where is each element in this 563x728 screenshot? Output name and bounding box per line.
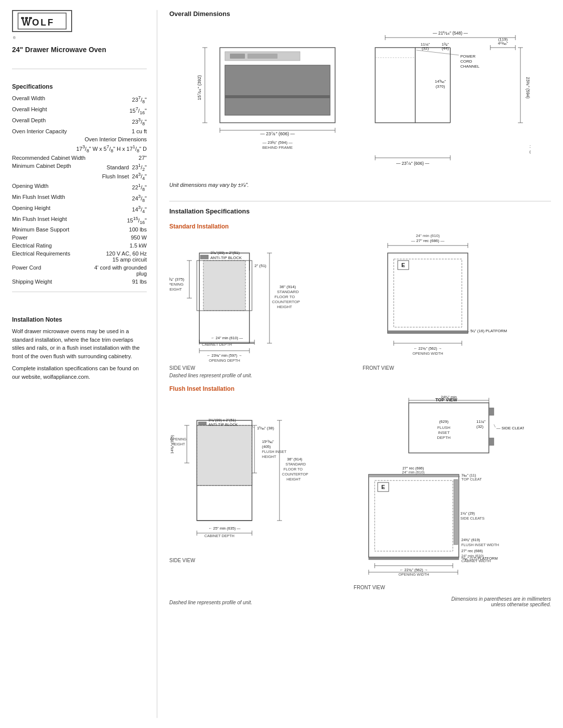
spec-value: Standard 231/2" Flush Inset 243/4" (90, 162, 147, 182)
svg-text:(370): (370) (436, 84, 445, 89)
svg-text:24³⁄₄" min: 24³⁄₄" min (441, 395, 457, 399)
flush-side-label: SIDE VIEW (169, 558, 349, 563)
bottom-note: Dimensions in parentheses are in millime… (441, 596, 551, 607)
install-note-2: Complete installation specifications can… (12, 364, 147, 381)
svg-text:HEIGHT: HEIGHT (262, 454, 276, 459)
divider-3 (169, 201, 551, 201)
svg-text:23³⁄₈" (594): 23³⁄₈" (594) (525, 77, 530, 99)
svg-text:24" min (610): 24" min (610) (416, 233, 440, 238)
svg-text:36" (914): 36" (914) (279, 285, 296, 289)
svg-text:(32): (32) (476, 424, 484, 429)
svg-rect-144 (489, 438, 494, 445)
svg-text:HEIGHT: HEIGHT (277, 305, 292, 309)
svg-text:14³⁄₄" (375): 14³⁄₄" (375) (169, 277, 184, 282)
unit-note: Unit dimensions may vary by ±¹⁄₈". (169, 182, 551, 188)
install-note-1: Wolf drawer microwave ovens may be used … (12, 327, 147, 360)
svg-rect-9 (225, 65, 330, 115)
svg-rect-56 (203, 261, 245, 311)
spec-label: Oven Interior Capacity (12, 127, 90, 135)
svg-text:FLUSH INSET WIDTH: FLUSH INSET WIDTH (461, 543, 499, 547)
svg-text:36" (914): 36" (914) (287, 457, 303, 461)
svg-text:← 22¹⁄₈" (562) →: ← 22¹⁄₈" (562) → (400, 568, 428, 572)
install-notes-title: Installation Notes (12, 316, 147, 323)
spec-label: Oven Interior Dimensions (12, 135, 147, 143)
spec-value: 91 lbs (90, 278, 147, 286)
svg-text:— SIDE CLEATS: — SIDE CLEATS (496, 426, 524, 430)
svg-text:STANDARD: STANDARD (277, 290, 299, 294)
specs-table: Overall Width 237/8" Overall Height 157/… (12, 94, 147, 286)
svg-text:(32): (32) (422, 46, 429, 51)
svg-text:14⁹⁄₁₆": 14⁹⁄₁₆" (435, 79, 446, 84)
svg-text:(405): (405) (262, 444, 271, 449)
overall-dims-title: Overall Dimensions (169, 10, 551, 18)
svg-text:HEIGHT: HEIGHT (169, 287, 182, 292)
spec-label: Min Flush Inset Height (12, 215, 90, 226)
svg-rect-143 (489, 408, 494, 415)
svg-text:← 23¹⁄₂" min (597) →: ← 23¹⁄₂" min (597) → (207, 353, 242, 358)
flush-side-svg: 3¹⁄₂"(89) x 2"(51) ANTI-TIP BLOCK 1⁹⁄₁₆"… (169, 395, 325, 556)
svg-text:15⁷⁄₁₆" (392): 15⁷⁄₁₆" (392) (197, 75, 202, 100)
svg-text:CORD: CORD (460, 59, 472, 64)
svg-rect-107 (197, 425, 252, 486)
svg-text:24" min (610): 24" min (610) (402, 470, 425, 474)
spec-value: 173/8" W x 57/8" H x 171/8" D (12, 143, 147, 154)
flush-install-diagrams: 3¹⁄₂"(89) x 2"(51) ANTI-TIP BLOCK 1⁹⁄₁₆"… (169, 395, 551, 590)
svg-rect-109 (198, 422, 206, 425)
spec-row: Power 950 W (12, 233, 147, 241)
standard-side-svg: 3¹⁄₂"(89) x 2"(51) ANTI-TIP BLOCK 14³⁄₄"… (169, 233, 325, 363)
svg-text:24³⁄₈" (619): 24³⁄₈" (619) (461, 538, 480, 542)
svg-text:4¹¹⁄₁₆": 4¹¹⁄₁₆" (498, 41, 508, 46)
wolf-logo: WOLF (12, 10, 72, 32)
spec-label: Min Flush Inset Width (12, 193, 90, 204)
svg-line-146 (494, 424, 495, 427)
svg-text:COUNTERTOP: COUNTERTOP (282, 472, 308, 476)
svg-rect-58 (200, 255, 208, 259)
divider-1 (12, 69, 147, 69)
svg-text:E: E (381, 484, 385, 490)
spec-label: Power (12, 233, 90, 241)
spec-value: 100 lbs (90, 225, 147, 233)
svg-rect-7 (230, 54, 245, 59)
standard-front-label: FRONT VIEW (363, 365, 551, 371)
spec-value: 143/4" (90, 204, 147, 215)
svg-text:— 21⁹⁄₁₆" (548) —: — 21⁹⁄₁₆" (548) — (433, 31, 468, 36)
svg-text:— 23³⁄₈" (594) —: — 23³⁄₈" (594) — (262, 140, 293, 145)
spec-row: Opening Height 143/4" (12, 204, 147, 215)
svg-text:CABINET WIDTH: CABINET WIDTH (461, 559, 491, 563)
svg-text:3¹⁄₂"(89) x 2"(51): 3¹⁄₂"(89) x 2"(51) (208, 418, 236, 422)
svg-rect-92 (388, 331, 468, 333)
svg-rect-158 (375, 480, 453, 551)
flush-side-view: 3¹⁄₂"(89) x 2"(51) ANTI-TIP BLOCK 1⁹⁄₁₆"… (169, 395, 349, 590)
standard-install-title: Standard Installation (169, 223, 551, 230)
spec-label: Opening Height (12, 204, 90, 215)
spec-label: Power Cord (12, 264, 90, 278)
overall-dims-svg: — 23⁷⁄₈" (606) — 15⁷⁄₁₆" (392) — 21⁹⁄ (190, 23, 530, 178)
flush-front-view: TOP VIEW — SIDE CLEATS 24³⁄₄" min (629) … (354, 395, 551, 590)
svg-text:E: E (401, 262, 405, 268)
svg-text:← 24" min (610) —: ← 24" min (610) — (211, 336, 243, 340)
product-title: 24" Drawer Microwave Oven (12, 46, 147, 54)
spec-row: Minimum Cabinet Depth Standard 231/2" Fl… (12, 162, 147, 182)
svg-text:OPENING WIDTH: OPENING WIDTH (398, 572, 429, 577)
svg-text:DEPTH: DEPTH (437, 435, 451, 440)
spec-row: Electrical Requirements 120 V AC, 60 Hz1… (12, 250, 147, 264)
spec-row: 173/8" W x 57/8" H x 171/8" D (12, 143, 147, 154)
svg-text:← 22¹⁄₈" (562) →: ← 22¹⁄₈" (562) → (414, 346, 442, 351)
standard-side-label: SIDE VIEW (169, 365, 358, 371)
svg-rect-10 (225, 95, 330, 98)
svg-text:(629): (629) (439, 419, 449, 424)
left-column: WOLF ® 24" Drawer Microwave Oven Specifi… (12, 10, 157, 718)
svg-text:3¹⁄₂"(89) x 2"(51): 3¹⁄₂"(89) x 2"(51) (210, 251, 240, 255)
spec-value: 243/8" (90, 193, 147, 204)
spec-label: Recommended Cabinet Width (12, 154, 90, 162)
svg-text:ANTI-TIP BLOCK: ANTI-TIP BLOCK (210, 256, 242, 260)
spec-label: Electrical Rating (12, 241, 90, 250)
svg-rect-88 (388, 253, 468, 333)
standard-install-diagrams: 3¹⁄₂"(89) x 2"(51) ANTI-TIP BLOCK 14³⁄₄"… (169, 233, 551, 371)
svg-text:POWER: POWER (460, 54, 475, 59)
svg-rect-8 (247, 54, 277, 59)
svg-text:2" (51): 2" (51) (254, 264, 266, 268)
right-column: Overall Dimensions — 23⁷⁄₈" ( (157, 10, 551, 718)
svg-text:24" min (610): 24" min (610) (461, 554, 484, 558)
svg-text:15¹⁵⁄₁₆": 15¹⁵⁄₁₆" (262, 439, 274, 444)
